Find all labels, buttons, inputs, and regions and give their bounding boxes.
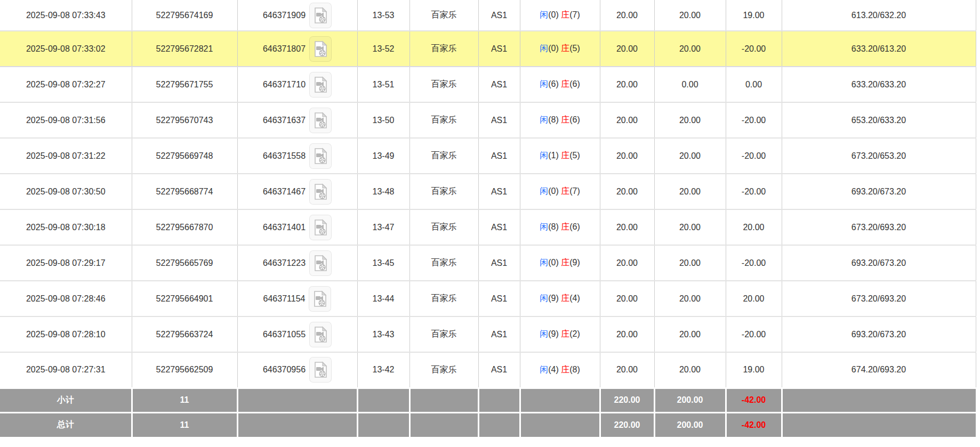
video-replay-button[interactable] [309,215,332,240]
player-score: (9) [548,329,559,338]
cell-platform: AS1 [478,102,520,138]
cell-bet-time: 2025-09-08 07:27:31 [0,352,132,388]
cell-win-loss: 0.00 [726,67,782,102]
banker-score: (2) [569,329,580,338]
cell-round-id: 646371401 [237,209,357,245]
table-row[interactable]: 2025-09-08 07:33:43 522795674169 6463719… [0,0,976,31]
video-replay-button[interactable] [309,108,332,133]
table-row[interactable]: 2025-09-08 07:30:18 522795667870 6463714… [0,209,976,245]
summary-empty-cell [782,388,976,412]
cell-platform: AS1 [478,174,520,209]
summary-empty-cell [782,412,976,437]
bet-records-page: 2025-09-08 07:33:43 522795674169 6463719… [0,0,980,447]
round-id-group: 646370956 [263,357,332,383]
banker-label: 庄 [561,222,569,231]
cell-bet-time: 2025-09-08 07:30:50 [0,174,132,209]
round-id-text: 646371154 [263,294,306,304]
banker-score: (6) [569,115,580,124]
video-replay-button[interactable] [309,36,332,62]
banker-label: 庄 [561,10,569,19]
cell-result: 闲(0) 庄(7) [520,174,600,209]
cell-bet-amount: 20.00 [600,102,654,138]
table-row[interactable]: 2025-09-08 07:27:31 522795662509 6463709… [0,352,976,388]
cell-platform: AS1 [478,352,520,388]
bet-records-table: 2025-09-08 07:33:43 522795674169 6463719… [0,0,976,437]
video-replay-button[interactable] [309,250,332,276]
banker-label: 庄 [561,115,569,124]
video-file-icon [312,290,327,307]
player-label: 闲 [540,79,548,88]
cell-bet-id: 522795670743 [132,102,237,138]
table-row[interactable]: 2025-09-08 07:31:56 522795670743 6463716… [0,102,976,138]
cell-win-loss: 20.00 [726,281,782,316]
cell-win-loss: -20.00 [726,245,782,281]
cell-platform: AS1 [478,138,520,174]
video-replay-button[interactable] [309,3,332,28]
video-file-icon [313,219,328,236]
cell-balance: 693.20/673.20 [782,316,976,352]
banker-score: (7) [569,186,580,196]
round-id-text: 646371807 [263,44,306,54]
banker-label: 庄 [561,44,569,53]
table-row[interactable]: 2025-09-08 07:29:17 522795665769 6463712… [0,245,976,281]
video-replay-button[interactable] [309,286,331,312]
summary-row: 小计 11 220.00 200.00 -42.00 [0,388,976,412]
summary-empty-cell [520,388,600,412]
table-row[interactable]: 2025-09-08 07:30:50 522795668774 6463714… [0,174,976,209]
cell-table-round: 13-44 [357,281,409,316]
cell-bet-id: 522795662509 [132,352,237,388]
video-file-icon [313,76,328,93]
player-label: 闲 [540,10,548,19]
banker-score: (5) [569,151,580,160]
cell-round-id: 646371055 [237,316,357,352]
video-replay-button[interactable] [309,143,332,169]
player-score: (1) [548,151,559,160]
cell-table-round: 13-42 [357,352,409,388]
cell-bet-time: 2025-09-08 07:33:02 [0,31,132,67]
cell-bet-amount: 20.00 [600,0,654,31]
player-label: 闲 [540,186,548,196]
video-replay-button[interactable] [309,179,332,205]
player-score: (0) [548,44,559,53]
banker-score: (5) [569,44,580,53]
banker-label: 庄 [561,79,569,88]
cell-round-id: 646370956 [237,352,357,388]
banker-score: (6) [569,222,580,231]
cell-bet-amount: 20.00 [600,174,654,209]
cell-table-round: 13-45 [357,245,409,281]
table-row[interactable]: 2025-09-08 07:32:27 522795671755 6463717… [0,67,976,102]
summary-count: 11 [132,412,237,437]
banker-score: (8) [569,365,580,374]
cell-result: 闲(1) 庄(5) [520,138,600,174]
table-row[interactable]: 2025-09-08 07:28:10 522795663724 6463710… [0,316,976,352]
video-replay-button[interactable] [309,322,332,347]
table-row[interactable]: 2025-09-08 07:31:22 522795669748 6463715… [0,138,976,174]
summary-bet-total: 220.00 [600,388,654,412]
video-file-icon [313,148,328,165]
cell-result: 闲(9) 庄(4) [520,281,600,316]
cell-bet-id: 522795667870 [132,209,237,245]
cell-balance: 673.20/693.20 [782,281,976,316]
cell-bet-amount: 20.00 [600,245,654,281]
round-id-group: 646371154 [263,286,332,312]
round-id-group: 646371055 [263,322,332,347]
cell-table-round: 13-43 [357,316,409,352]
table-row[interactable]: 2025-09-08 07:33:02 522795672821 6463718… [0,31,976,67]
cell-balance: 673.20/653.20 [782,138,976,174]
cell-round-id: 646371637 [237,102,357,138]
round-id-text: 646371637 [263,116,306,125]
cell-round-id: 646371223 [237,245,357,281]
video-replay-button[interactable] [309,72,332,97]
cell-game-name: 百家乐 [409,0,478,31]
summary-empty-cell [520,412,600,437]
round-id-group: 646371223 [263,250,332,276]
summary-label: 总计 [0,412,132,437]
round-id-group: 646371807 [263,36,332,62]
table-row[interactable]: 2025-09-08 07:28:46 522795664901 6463711… [0,281,976,316]
cell-table-round: 13-49 [357,138,409,174]
cell-round-id: 646371909 [237,0,357,31]
video-replay-button[interactable] [309,357,332,383]
table-body: 2025-09-08 07:33:43 522795674169 6463719… [0,0,976,437]
summary-empty-cell [357,388,409,412]
player-label: 闲 [540,222,548,231]
